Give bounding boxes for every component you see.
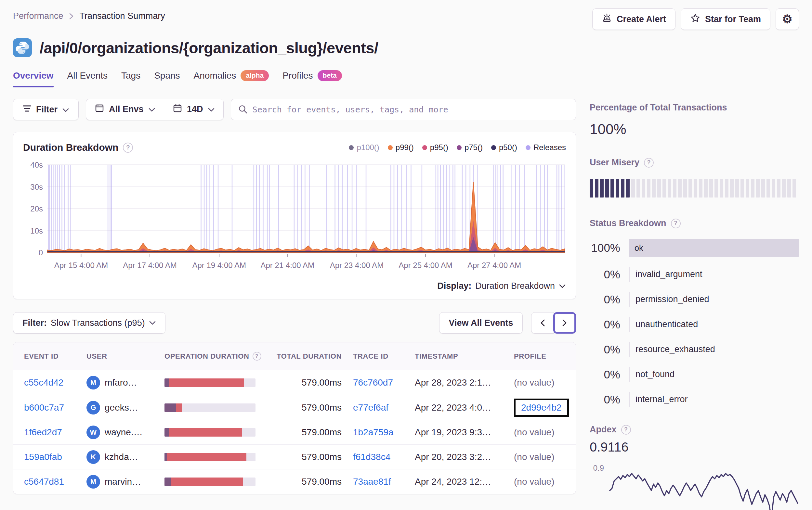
help-icon[interactable]: ? xyxy=(644,158,654,168)
user-cell: Wwayne.… xyxy=(86,425,165,439)
filter-button[interactable]: Filter xyxy=(13,99,79,120)
help-icon[interactable]: ? xyxy=(671,219,681,228)
trace-id-link[interactable]: 1b2a759a xyxy=(353,427,394,437)
operation-duration-cell xyxy=(165,428,262,437)
misery-tick xyxy=(730,179,734,198)
event-id-cell: b600c7a7 xyxy=(24,402,86,413)
star-for-team-button[interactable]: Star for Team xyxy=(681,8,771,30)
tab-profiles[interactable]: Profilesbeta xyxy=(283,70,342,88)
environment-label: All Envs xyxy=(109,104,144,114)
misery-tick xyxy=(636,179,640,198)
status-row: 0%permission_denied xyxy=(590,292,799,307)
legend-item-p75[interactable]: p75() xyxy=(457,143,483,152)
table-row[interactable]: b600c7a7Ggeeks…579.00mse77ef6afApr 22, 2… xyxy=(13,395,576,420)
misery-tick xyxy=(616,179,619,198)
svg-text:Apr 17 4:00 AM: Apr 17 4:00 AM xyxy=(123,261,176,270)
table-row[interactable]: c5647d81Mmarvin…579.00ms73aae81fApr 24, … xyxy=(13,469,576,494)
main-column: Filter All Envs xyxy=(13,99,576,510)
slow-transactions-filter[interactable]: Filter: Slow Transactions (p95) xyxy=(13,312,166,334)
window-icon xyxy=(95,103,104,115)
chevron-right-icon xyxy=(561,319,568,327)
event-id-link[interactable]: 1f6ed2d7 xyxy=(24,427,62,437)
timestamp-cell: Apr 24, 2023 12:… xyxy=(415,477,514,487)
table-row[interactable]: c55c4d42Mmfaro…579.00ms76c760d7Apr 28, 2… xyxy=(13,370,576,395)
svg-text:30s: 30s xyxy=(30,183,43,191)
column-profile: PROFILE xyxy=(514,352,565,361)
help-icon[interactable]: ? xyxy=(621,425,631,434)
svg-text:Apr 19 4:00 AM: Apr 19 4:00 AM xyxy=(192,261,246,270)
legend-item-p100[interactable]: p100() xyxy=(349,143,379,152)
user-name: mfaro… xyxy=(105,378,137,388)
trace-id-link[interactable]: 73aae81f xyxy=(353,477,391,487)
misery-tick xyxy=(777,179,780,198)
duration-segment-http xyxy=(165,403,176,412)
search-icon xyxy=(238,104,248,115)
transaction-summary-page: Performance Transaction Summary Create A… xyxy=(0,0,812,510)
total-duration-cell: 579.00ms xyxy=(262,402,353,413)
legend-item-p95[interactable]: p95() xyxy=(422,143,448,152)
environment-selector[interactable]: All Envs xyxy=(86,99,164,120)
misery-tick xyxy=(689,179,692,198)
misery-tick xyxy=(657,179,661,198)
display-selector[interactable]: Duration Breakdown xyxy=(475,281,566,291)
event-id-link[interactable]: b600c7a7 xyxy=(24,402,64,413)
tab-overview[interactable]: Overview xyxy=(13,70,54,87)
legend-item-Releases[interactable]: Releases xyxy=(526,143,566,152)
pct-total-transactions-value: 100% xyxy=(590,121,799,138)
status-percentage: 0% xyxy=(590,318,629,331)
help-icon[interactable]: ? xyxy=(253,352,261,361)
profile-no-value: (no value) xyxy=(514,477,555,487)
status-row: 0%unauthenticated xyxy=(590,317,799,332)
next-page-button[interactable] xyxy=(553,312,576,334)
trace-id-link[interactable]: e77ef6af xyxy=(353,402,388,413)
help-icon[interactable]: ? xyxy=(123,143,133,153)
misery-tick xyxy=(735,179,739,198)
misery-tick xyxy=(590,179,593,198)
event-id-link[interactable]: 159a0fab xyxy=(24,452,62,462)
create-alert-button[interactable]: Create Alert xyxy=(592,8,675,30)
event-id-link[interactable]: c55c4d42 xyxy=(24,378,63,388)
tab-tags[interactable]: Tags xyxy=(121,70,140,87)
user-avatar: M xyxy=(86,475,100,488)
view-all-events-button[interactable]: View All Events xyxy=(439,312,522,334)
misery-tick xyxy=(756,179,760,198)
header-actions: Create Alert Star for Team ⚙ xyxy=(592,8,799,30)
filter-button-label: Filter xyxy=(36,104,58,115)
table-row[interactable]: 1f6ed2d7Wwayne.…579.00ms1b2a759aApr 19, … xyxy=(13,420,576,444)
legend-item-p50[interactable]: p50() xyxy=(491,143,517,152)
trace-id-link[interactable]: 76c760d7 xyxy=(353,378,393,388)
status-row: 0%resource_exhausted xyxy=(590,342,799,357)
svg-text:0: 0 xyxy=(39,248,43,257)
operation-duration-bar xyxy=(165,428,256,437)
user-name: wayne.… xyxy=(105,427,143,438)
column-total-duration: TOTAL DURATION xyxy=(262,352,353,361)
settings-button[interactable]: ⚙ xyxy=(776,8,799,30)
previous-page-button[interactable] xyxy=(531,312,554,334)
legend-item-p99[interactable]: p99() xyxy=(388,143,414,152)
profile-link[interactable]: 2d99e4b2 xyxy=(521,402,562,413)
svg-text:Apr 27 4:00 AM: Apr 27 4:00 AM xyxy=(467,261,521,270)
svg-text:Apr 23 4:00 AM: Apr 23 4:00 AM xyxy=(330,261,383,270)
user-name: geeks… xyxy=(105,402,138,413)
user-avatar: W xyxy=(86,425,100,439)
duration-segment-http xyxy=(165,379,169,387)
tab-all-events[interactable]: All Events xyxy=(67,70,108,87)
operation-duration-cell xyxy=(165,453,262,461)
date-range-selector[interactable]: 14D xyxy=(164,99,223,120)
misery-tick xyxy=(746,179,749,198)
tab-spans[interactable]: Spans xyxy=(154,70,180,87)
create-alert-label: Create Alert xyxy=(617,14,666,24)
chevron-down-icon xyxy=(148,104,155,114)
event-id-link[interactable]: c5647d81 xyxy=(24,477,64,487)
misery-tick xyxy=(787,179,791,198)
tab-anomalies[interactable]: Anomaliesalpha xyxy=(194,70,269,88)
filter-value: Slow Transactions (p95) xyxy=(51,318,145,328)
trace-id-cell: 76c760d7 xyxy=(353,378,415,388)
trace-id-link[interactable]: f61d38c4 xyxy=(353,452,390,462)
trace-id-cell: 73aae81f xyxy=(353,477,415,487)
events-subheader: Filter: Slow Transactions (p95) View All… xyxy=(13,312,576,334)
search-input[interactable] xyxy=(231,99,576,120)
svg-text:40s: 40s xyxy=(30,162,43,169)
table-row[interactable]: 159a0fabKkzhda…579.00msf61d38c4Apr 20, 2… xyxy=(13,444,576,469)
breadcrumb-performance[interactable]: Performance xyxy=(13,11,63,21)
